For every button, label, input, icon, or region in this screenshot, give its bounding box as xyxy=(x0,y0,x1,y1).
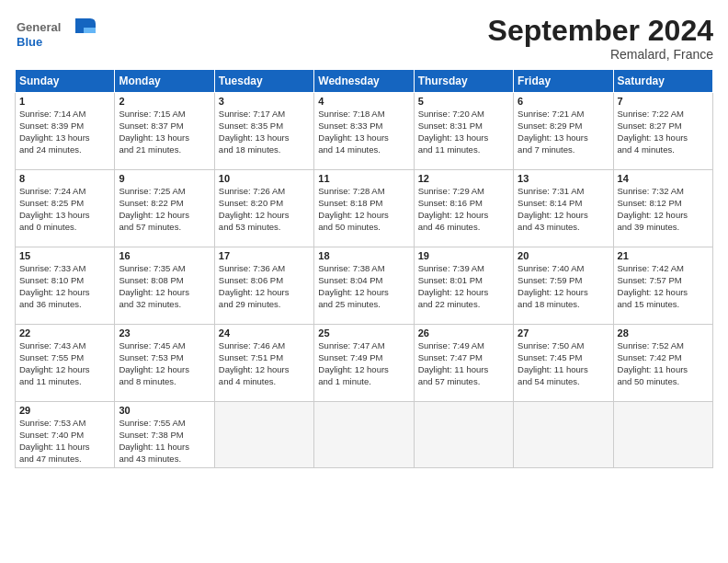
calendar-cell: 26Sunrise: 7:49 AMSunset: 7:47 PMDayligh… xyxy=(414,325,513,402)
calendar-cell: 30Sunrise: 7:55 AMSunset: 7:38 PMDayligh… xyxy=(115,402,214,468)
calendar-cell: 2Sunrise: 7:15 AMSunset: 8:37 PMDaylight… xyxy=(115,93,214,170)
day-number: 10 xyxy=(219,173,310,184)
day-info: Sunrise: 7:26 AMSunset: 8:20 PMDaylight:… xyxy=(219,186,310,233)
col-header-wednesday: Wednesday xyxy=(314,70,414,93)
calendar-cell: 5Sunrise: 7:20 AMSunset: 8:31 PMDaylight… xyxy=(414,93,513,170)
calendar-cell: 3Sunrise: 7:17 AMSunset: 8:35 PMDaylight… xyxy=(214,93,313,170)
calendar-week-3: 22Sunrise: 7:43 AMSunset: 7:55 PMDayligh… xyxy=(16,325,713,402)
calendar-cell: 19Sunrise: 7:39 AMSunset: 8:01 PMDayligh… xyxy=(414,247,513,325)
day-info: Sunrise: 7:46 AMSunset: 7:51 PMDaylight:… xyxy=(219,340,310,387)
calendar-week-0: 1Sunrise: 7:14 AMSunset: 8:39 PMDaylight… xyxy=(16,93,713,170)
day-info: Sunrise: 7:36 AMSunset: 8:06 PMDaylight:… xyxy=(219,263,310,310)
calendar-cell: 22Sunrise: 7:43 AMSunset: 7:55 PMDayligh… xyxy=(16,325,115,402)
header: General Blue September 2024 Remalard, Fr… xyxy=(15,15,713,62)
day-info: Sunrise: 7:42 AMSunset: 7:57 PMDaylight:… xyxy=(618,263,709,310)
day-number: 16 xyxy=(119,250,210,261)
calendar-cell: 8Sunrise: 7:24 AMSunset: 8:25 PMDaylight… xyxy=(16,170,115,247)
day-number: 22 xyxy=(19,327,110,339)
col-header-friday: Friday xyxy=(514,70,613,93)
day-info: Sunrise: 7:25 AMSunset: 8:22 PMDaylight:… xyxy=(119,186,210,233)
day-info: Sunrise: 7:52 AMSunset: 7:42 PMDaylight:… xyxy=(618,340,709,387)
page: General Blue September 2024 Remalard, Fr… xyxy=(0,0,728,563)
calendar-cell: 11Sunrise: 7:28 AMSunset: 8:18 PMDayligh… xyxy=(314,170,414,247)
day-number: 7 xyxy=(618,96,709,107)
day-info: Sunrise: 7:39 AMSunset: 8:01 PMDaylight:… xyxy=(418,263,509,310)
col-header-sunday: Sunday xyxy=(16,70,115,93)
day-number: 13 xyxy=(518,173,609,184)
calendar-cell xyxy=(514,402,613,468)
day-info: Sunrise: 7:15 AMSunset: 8:37 PMDaylight:… xyxy=(119,109,210,155)
location-title: Remalard, France xyxy=(488,47,713,62)
day-number: 3 xyxy=(219,96,310,107)
day-number: 1 xyxy=(19,96,110,107)
day-info: Sunrise: 7:14 AMSunset: 8:39 PMDaylight:… xyxy=(19,109,110,155)
day-info: Sunrise: 7:50 AMSunset: 7:45 PMDaylight:… xyxy=(518,340,609,387)
calendar-cell: 13Sunrise: 7:31 AMSunset: 8:14 PMDayligh… xyxy=(514,170,613,247)
day-info: Sunrise: 7:40 AMSunset: 7:59 PMDaylight:… xyxy=(518,263,609,310)
svg-text:General: General xyxy=(17,20,61,34)
day-info: Sunrise: 7:31 AMSunset: 8:14 PMDaylight:… xyxy=(518,186,609,233)
day-number: 19 xyxy=(418,250,509,261)
calendar-week-1: 8Sunrise: 7:24 AMSunset: 8:25 PMDaylight… xyxy=(16,170,713,247)
day-info: Sunrise: 7:43 AMSunset: 7:55 PMDaylight:… xyxy=(19,340,110,387)
day-number: 8 xyxy=(19,173,110,184)
col-header-saturday: Saturday xyxy=(613,70,712,93)
calendar-table: SundayMondayTuesdayWednesdayThursdayFrid… xyxy=(15,69,713,468)
day-number: 12 xyxy=(418,173,509,184)
calendar-week-2: 15Sunrise: 7:33 AMSunset: 8:10 PMDayligh… xyxy=(16,247,713,325)
day-info: Sunrise: 7:21 AMSunset: 8:29 PMDaylight:… xyxy=(518,109,609,155)
calendar-cell: 23Sunrise: 7:45 AMSunset: 7:53 PMDayligh… xyxy=(115,325,214,402)
calendar-cell: 4Sunrise: 7:18 AMSunset: 8:33 PMDaylight… xyxy=(314,93,414,170)
day-number: 30 xyxy=(119,405,210,416)
calendar-cell: 28Sunrise: 7:52 AMSunset: 7:42 PMDayligh… xyxy=(613,325,712,402)
calendar-cell: 24Sunrise: 7:46 AMSunset: 7:51 PMDayligh… xyxy=(214,325,313,402)
day-info: Sunrise: 7:22 AMSunset: 8:27 PMDaylight:… xyxy=(618,109,709,155)
svg-text:Blue: Blue xyxy=(17,35,42,49)
day-info: Sunrise: 7:17 AMSunset: 8:35 PMDaylight:… xyxy=(219,109,310,155)
calendar-week-4: 29Sunrise: 7:53 AMSunset: 7:40 PMDayligh… xyxy=(16,402,713,468)
day-number: 2 xyxy=(119,96,210,107)
logo: General Blue xyxy=(15,15,97,59)
day-number: 15 xyxy=(19,250,110,261)
day-info: Sunrise: 7:47 AMSunset: 7:49 PMDaylight:… xyxy=(318,340,409,387)
col-header-tuesday: Tuesday xyxy=(214,70,313,93)
day-number: 4 xyxy=(318,96,409,107)
day-info: Sunrise: 7:29 AMSunset: 8:16 PMDaylight:… xyxy=(418,186,509,233)
day-info: Sunrise: 7:53 AMSunset: 7:40 PMDaylight:… xyxy=(19,418,110,465)
calendar-cell: 25Sunrise: 7:47 AMSunset: 7:49 PMDayligh… xyxy=(314,325,414,402)
day-number: 28 xyxy=(618,327,709,339)
calendar-cell: 15Sunrise: 7:33 AMSunset: 8:10 PMDayligh… xyxy=(16,247,115,325)
day-info: Sunrise: 7:18 AMSunset: 8:33 PMDaylight:… xyxy=(318,109,409,155)
calendar-cell: 12Sunrise: 7:29 AMSunset: 8:16 PMDayligh… xyxy=(414,170,513,247)
calendar-cell: 17Sunrise: 7:36 AMSunset: 8:06 PMDayligh… xyxy=(214,247,313,325)
day-info: Sunrise: 7:45 AMSunset: 7:53 PMDaylight:… xyxy=(119,340,210,387)
calendar-cell: 27Sunrise: 7:50 AMSunset: 7:45 PMDayligh… xyxy=(514,325,613,402)
calendar-cell: 10Sunrise: 7:26 AMSunset: 8:20 PMDayligh… xyxy=(214,170,313,247)
day-info: Sunrise: 7:38 AMSunset: 8:04 PMDaylight:… xyxy=(318,263,409,310)
calendar-cell: 14Sunrise: 7:32 AMSunset: 8:12 PMDayligh… xyxy=(613,170,712,247)
day-info: Sunrise: 7:33 AMSunset: 8:10 PMDaylight:… xyxy=(19,263,110,310)
day-number: 5 xyxy=(418,96,509,107)
month-title: September 2024 xyxy=(488,15,713,47)
calendar-cell xyxy=(613,402,712,468)
calendar-cell: 7Sunrise: 7:22 AMSunset: 8:27 PMDaylight… xyxy=(613,93,712,170)
calendar-cell: 1Sunrise: 7:14 AMSunset: 8:39 PMDaylight… xyxy=(16,93,115,170)
day-info: Sunrise: 7:20 AMSunset: 8:31 PMDaylight:… xyxy=(418,109,509,155)
calendar-cell xyxy=(214,402,313,468)
day-number: 23 xyxy=(119,327,210,339)
calendar-cell xyxy=(414,402,513,468)
day-number: 11 xyxy=(318,173,409,184)
day-number: 27 xyxy=(518,327,609,339)
title-area: September 2024 Remalard, France xyxy=(488,15,713,62)
col-header-monday: Monday xyxy=(115,70,214,93)
day-number: 29 xyxy=(19,405,110,416)
day-number: 24 xyxy=(219,327,310,339)
col-header-thursday: Thursday xyxy=(414,70,513,93)
day-number: 17 xyxy=(219,250,310,261)
day-number: 18 xyxy=(318,250,409,261)
calendar-cell xyxy=(314,402,414,468)
day-number: 14 xyxy=(618,173,709,184)
day-number: 9 xyxy=(119,173,210,184)
day-number: 25 xyxy=(318,327,409,339)
day-number: 6 xyxy=(518,96,609,107)
